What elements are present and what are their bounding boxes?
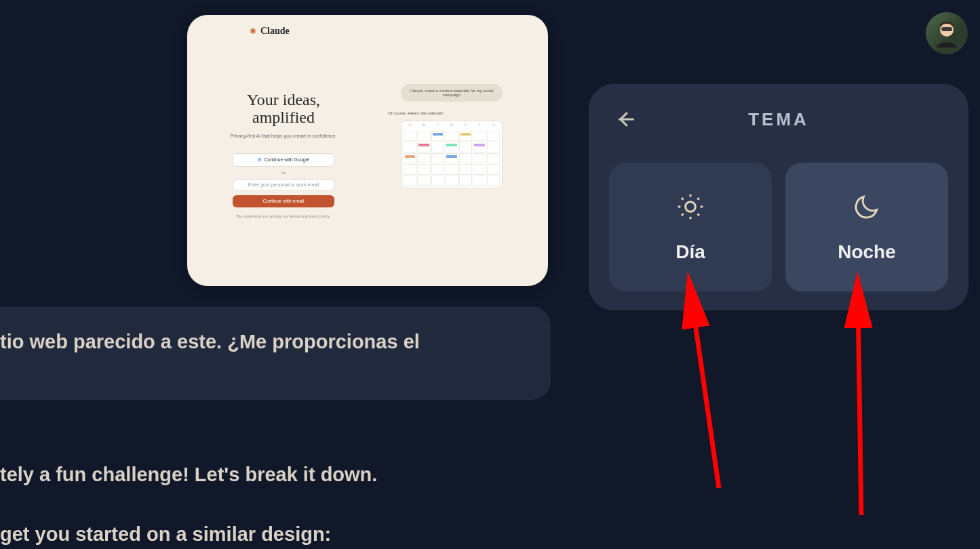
preview-reply-text: Of course. Here's the calendar:	[388, 111, 469, 115]
preview-right-column: Claude, make a content calendar for my s…	[381, 64, 522, 272]
google-g-icon: G	[258, 157, 261, 162]
theme-header: TEMA	[609, 103, 948, 136]
brand-name: Claude	[260, 26, 290, 37]
preview-heading: Your ideas, amplified	[247, 91, 320, 127]
theme-panel: TEMA Día Noche	[589, 84, 968, 310]
brand-mark-icon: ✺	[250, 26, 256, 36]
preview-prompt-bubble: Claude, make a content calendar for my s…	[401, 84, 503, 102]
preview-left-column: Your ideas, amplified Privacy-first AI t…	[213, 64, 354, 272]
moon-icon	[852, 192, 882, 226]
preview-body: Your ideas, amplified Privacy-first AI t…	[199, 64, 536, 272]
preview-fineprint: By continuing you accept our terms & pri…	[237, 214, 330, 218]
preview-cta-button: Continue with email	[233, 195, 334, 207]
preview-subtext: Privacy-first AI that helps you create i…	[231, 134, 337, 138]
theme-option-night-label: Noche	[838, 241, 896, 263]
annotation-arrow-night	[841, 291, 882, 522]
preview-heading-line1: Your ideas,	[247, 91, 320, 108]
preview-heading-line2: amplified	[252, 108, 315, 126]
annotation-arrow-day	[678, 291, 732, 495]
avatar-image	[931, 18, 962, 49]
preview-logo: ✺ Claude	[250, 26, 536, 37]
preview-calendar: SMTWTFS	[401, 121, 503, 188]
theme-option-night[interactable]: Noche	[785, 163, 948, 291]
theme-option-day[interactable]: Día	[609, 163, 772, 291]
svg-point-2	[686, 201, 696, 211]
theme-options-row: Día Noche	[609, 163, 948, 291]
user-message-text: tio web parecido a este. ¿Me proporciona…	[0, 331, 420, 352]
preview-email-input: Enter your personal or work email	[233, 179, 334, 191]
attached-screenshot[interactable]: ✺ Claude Your ideas, amplified Privacy-f…	[187, 15, 548, 286]
assistant-line-1: tely a fun challenge! Let's break it dow…	[0, 464, 377, 486]
preview-google-button: G Continue with Google	[233, 153, 334, 167]
theme-panel-title: TEMA	[609, 109, 948, 130]
svg-line-4	[858, 300, 861, 515]
preview-or-divider: or	[281, 171, 285, 175]
theme-option-day-label: Día	[675, 241, 705, 263]
user-message-bubble: tio web parecido a este. ¿Me proporciona…	[0, 306, 551, 400]
assistant-line-2: get you started on a similar design:	[0, 523, 331, 546]
sun-icon	[675, 192, 705, 226]
svg-rect-1	[941, 27, 952, 31]
svg-line-3	[692, 300, 719, 488]
avatar[interactable]	[926, 12, 968, 54]
